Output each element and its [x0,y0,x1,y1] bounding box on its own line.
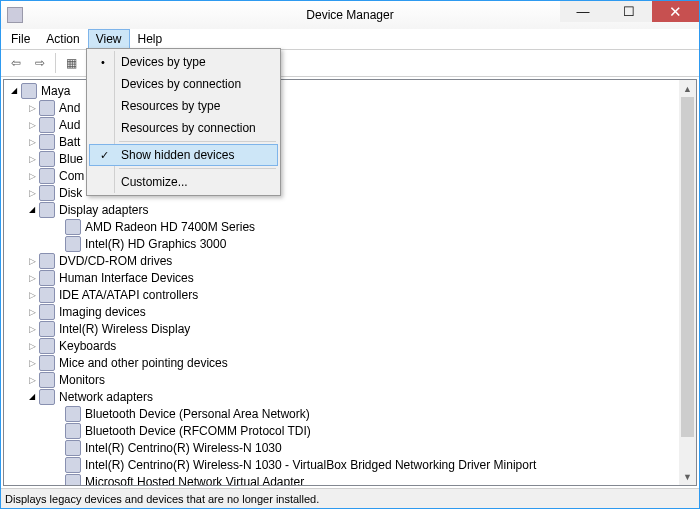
forward-button[interactable]: ⇨ [29,52,51,74]
item-label: Aud [59,118,80,132]
forward-arrow-icon: ⇨ [35,56,45,70]
device-icon [65,219,81,235]
item-label: Com [59,169,84,183]
expand-icon[interactable] [26,136,38,148]
menu-file[interactable]: File [3,29,38,49]
device-icon [39,202,55,218]
expand-icon[interactable] [26,102,38,114]
expand-icon[interactable] [26,306,38,318]
expand-icon[interactable] [26,153,38,165]
device-icon [39,253,55,269]
maximize-button[interactable]: ☐ [606,1,652,22]
device-icon [39,355,55,371]
category-item[interactable]: Human Interface Devices [4,269,696,286]
device-item[interactable]: Microsoft Hosted Network Virtual Adapter [4,473,696,485]
device-item[interactable]: Intel(R) Centrino(R) Wireless-N 1030 [4,439,696,456]
minimize-button[interactable]: — [560,1,606,22]
back-button[interactable]: ⇦ [5,52,27,74]
item-label: Disk [59,186,82,200]
expand-icon[interactable] [26,255,38,267]
category-item[interactable]: IDE ATA/ATAPI controllers [4,286,696,303]
device-item[interactable]: Intel(R) Centrino(R) Wireless-N 1030 - V… [4,456,696,473]
category-item[interactable]: Network adapters [4,388,696,405]
menu-item-customize[interactable]: Customize... [89,171,278,193]
device-item[interactable]: Intel(R) HD Graphics 3000 [4,235,696,252]
titlebar: Device Manager — ☐ ✕ [1,1,699,29]
expand-icon[interactable] [26,272,38,284]
category-item[interactable]: DVD/CD-ROM drives [4,252,696,269]
item-label: Bluetooth Device (Personal Area Network) [85,407,310,421]
scroll-up-icon[interactable]: ▲ [679,80,696,97]
menu-item-label: Customize... [121,175,188,189]
view-menu-dropdown: •Devices by typeDevices by connectionRes… [86,48,281,196]
menu-help[interactable]: Help [130,29,171,49]
expand-icon[interactable] [26,170,38,182]
menu-item-resources-by-connection[interactable]: Resources by connection [89,117,278,139]
menu-separator [119,168,276,169]
details-button[interactable]: ▦ [60,52,82,74]
item-label: Batt [59,135,80,149]
device-item[interactable]: Bluetooth Device (RFCOMM Protocol TDI) [4,422,696,439]
collapse-icon[interactable] [26,391,38,403]
device-icon [65,474,81,486]
item-label: Microsoft Hosted Network Virtual Adapter [85,475,304,486]
device-icon [39,338,55,354]
device-item[interactable]: Bluetooth Device (Personal Area Network) [4,405,696,422]
category-item[interactable]: Mice and other pointing devices [4,354,696,371]
expand-icon[interactable] [26,374,38,386]
expand-icon[interactable] [26,340,38,352]
computer-icon [21,83,37,99]
vertical-scrollbar[interactable]: ▲ ▼ [679,80,696,485]
expand-icon[interactable] [26,187,38,199]
category-item[interactable]: Intel(R) Wireless Display [4,320,696,337]
device-icon [39,389,55,405]
menu-item-resources-by-type[interactable]: Resources by type [89,95,278,117]
device-icon [39,100,55,116]
menu-item-show-hidden-devices[interactable]: ✓Show hidden devices [89,144,278,166]
item-label: DVD/CD-ROM drives [59,254,172,268]
device-icon [39,168,55,184]
device-icon [65,440,81,456]
device-icon [39,134,55,150]
scroll-thumb[interactable] [681,97,694,437]
category-item[interactable]: Keyboards [4,337,696,354]
category-item[interactable]: Display adapters [4,201,696,218]
expand-icon[interactable] [26,357,38,369]
menu-item-devices-by-connection[interactable]: Devices by connection [89,73,278,95]
scroll-down-icon[interactable]: ▼ [679,468,696,485]
device-item[interactable]: AMD Radeon HD 7400M Series [4,218,696,235]
toolbar-separator [55,53,56,73]
close-button[interactable]: ✕ [652,1,699,22]
category-item[interactable]: Monitors [4,371,696,388]
item-label: Keyboards [59,339,116,353]
item-label: Human Interface Devices [59,271,194,285]
status-text: Displays legacy devices and devices that… [5,493,319,505]
item-label: And [59,101,80,115]
menu-item-label: Show hidden devices [121,148,234,162]
collapse-icon[interactable] [26,204,38,216]
expand-icon[interactable] [26,289,38,301]
device-icon [39,185,55,201]
menu-item-devices-by-type[interactable]: •Devices by type [89,51,278,73]
device-icon [39,304,55,320]
item-label: Monitors [59,373,105,387]
menu-view[interactable]: View [88,29,130,49]
device-icon [39,372,55,388]
expand-icon[interactable] [26,323,38,335]
device-icon [39,151,55,167]
device-icon [39,117,55,133]
expand-icon[interactable] [26,119,38,131]
menu-item-label: Resources by type [121,99,220,113]
category-item[interactable]: Imaging devices [4,303,696,320]
device-icon [65,236,81,252]
menu-item-label: Resources by connection [121,121,256,135]
item-label: AMD Radeon HD 7400M Series [85,220,255,234]
tree-root-label: Maya [41,84,70,98]
item-label: Intel(R) Centrino(R) Wireless-N 1030 - V… [85,458,536,472]
expand-icon[interactable] [8,85,20,97]
item-label: Blue [59,152,83,166]
item-label: Intel(R) HD Graphics 3000 [85,237,226,251]
item-label: Mice and other pointing devices [59,356,228,370]
menu-action[interactable]: Action [38,29,87,49]
item-label: IDE ATA/ATAPI controllers [59,288,198,302]
